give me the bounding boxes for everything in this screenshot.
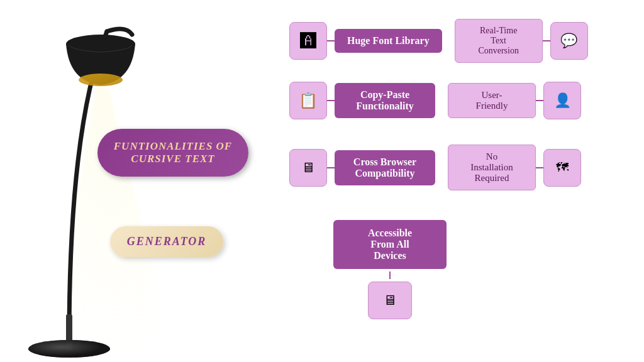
install-icon: 🗺: [556, 160, 569, 175]
lamp-illustration: [0, 0, 214, 362]
connector-line-5: [327, 167, 335, 168]
huge-font-label: Huge Font Library: [335, 29, 442, 53]
main-title-badge: FUNTIONALITIES OF CURSIVE TEXT: [97, 129, 248, 177]
copy-paste-icon-box: 📋: [289, 82, 327, 119]
user-friendly-icon-box: 👤: [543, 82, 581, 119]
connector-line-2: [543, 40, 550, 41]
font-library-icon: 🅰: [300, 31, 316, 51]
accessible-icon-box: 🖥: [368, 282, 412, 319]
real-time-icon-box: 💬: [550, 22, 588, 60]
main-title-text: FUNTIONALITIES OF CURSIVE TEXT: [114, 140, 232, 165]
accessible-label: AccessibleFrom AllDevices: [333, 220, 447, 269]
browser-icon: 🖥: [301, 160, 315, 176]
user-friendly-label: User-Friendly: [448, 83, 536, 118]
chat-icon: 💬: [560, 33, 577, 49]
user-icon: 👤: [554, 92, 571, 109]
vertical-connector: [389, 272, 391, 279]
cross-browser-icon-box: 🖥: [289, 149, 327, 187]
font-library-icon-box: 🅰: [289, 22, 327, 60]
real-time-label: Real-TimeTextConversion: [455, 19, 543, 63]
svg-point-5: [28, 340, 110, 358]
svg-point-2: [79, 74, 123, 86]
connector-line-3: [327, 100, 335, 101]
copy-icon: 📋: [299, 92, 318, 109]
no-install-label: NoInstallationRequired: [448, 145, 536, 190]
connector-line-1: [327, 40, 335, 41]
generator-text: GENERATOR: [127, 235, 207, 248]
no-install-icon-box: 🗺: [543, 149, 581, 187]
generator-badge: GENERATOR: [110, 226, 223, 257]
copy-paste-label: Copy-PasteFunctionality: [335, 83, 435, 118]
connector-line-6: [536, 167, 543, 168]
features-area: 🅰 Huge Font Library Real-TimeTextConvers…: [289, 13, 629, 352]
cross-browser-label: Cross BrowserCompatibility: [335, 150, 435, 185]
connector-line-4: [536, 100, 543, 101]
devices-icon: 🖥: [383, 292, 397, 309]
